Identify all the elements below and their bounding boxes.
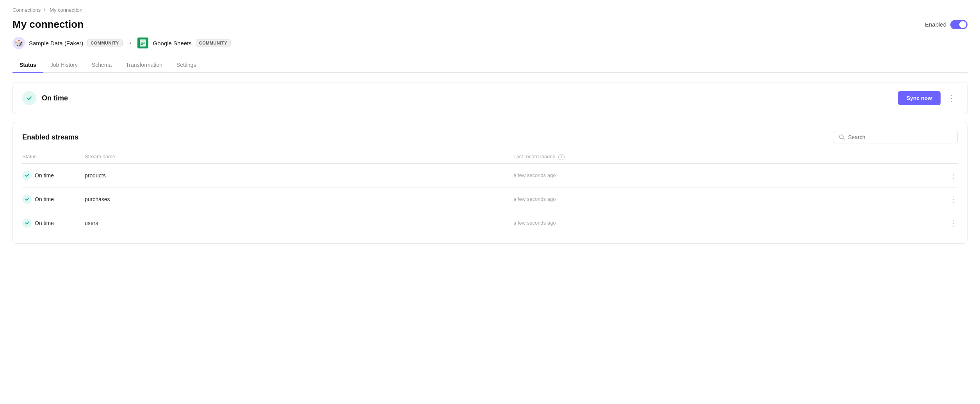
svg-rect-4 [141,43,145,44]
tab-job-history[interactable]: Job History [43,58,85,73]
source-name: Sample Data (Faker) [29,40,83,46]
svg-rect-2 [141,41,145,41]
streams-title: Enabled streams [22,133,78,141]
row-name-purchases: purchases [85,196,513,202]
tab-transformation[interactable]: Transformation [119,58,169,73]
row-more-users[interactable]: ⋮ [942,218,958,228]
status-card: On time Sync now ⋮ [12,82,968,114]
breadcrumb-separator: / [44,7,45,13]
destination-icon [137,37,149,49]
search-input[interactable] [848,134,952,140]
page-header: My connection Enabled [12,18,968,30]
breadcrumb-parent[interactable]: Connections [12,7,41,13]
tabs-nav: Status Job History Schema Transformation… [12,58,968,73]
status-more-icon[interactable]: ⋮ [945,93,958,104]
source-badge: COMMUNITY [87,39,122,46]
row-time-users: a few seconds ago [513,220,942,226]
enabled-toggle[interactable] [950,20,968,29]
table-row: On time users a few seconds ago ⋮ [22,211,958,235]
row-check-icon-users [22,218,32,228]
table-header: Status Stream name Last record loaded i [22,150,958,164]
destination-name: Google Sheets [153,40,192,46]
last-record-info-icon: i [558,154,565,160]
status-left: On time [22,91,68,105]
destination-badge: COMMUNITY [196,39,231,46]
tab-schema[interactable]: Schema [85,58,119,73]
row-status-text-products: On time [35,172,54,179]
row-check-icon-purchases [22,195,32,204]
enabled-label: Enabled [925,21,946,28]
row-time-purchases: a few seconds ago [513,196,942,202]
row-check-icon-products [22,171,32,180]
row-more-products[interactable]: ⋮ [942,171,958,180]
streams-card: Enabled streams Status Stream name Last … [12,122,968,244]
search-box[interactable] [833,131,958,143]
row-status-text-users: On time [35,220,54,226]
arrow-icon: → [127,39,133,46]
table-row: On time purchases a few seconds ago ⋮ [22,188,958,211]
col-stream-name: Stream name [85,154,513,160]
col-last-record: Last record loaded i [513,154,942,160]
row-time-products: a few seconds ago [513,172,942,178]
streams-header: Enabled streams [22,131,958,143]
row-status-products: On time [22,171,85,180]
svg-rect-5 [141,44,143,45]
tab-status[interactable]: Status [12,58,43,73]
svg-line-7 [843,138,845,140]
tab-settings[interactable]: Settings [169,58,203,73]
source-icon: 🎲 [12,37,25,49]
svg-rect-3 [141,42,145,43]
status-text: On time [42,94,68,102]
row-name-users: users [85,220,513,226]
breadcrumb-current: My connection [50,7,82,13]
row-more-purchases[interactable]: ⋮ [942,195,958,204]
page-title: My connection [12,18,84,30]
status-check-circle [22,91,36,105]
enabled-toggle-area: Enabled [925,20,968,29]
row-name-products: products [85,172,513,179]
status-right: Sync now ⋮ [898,91,958,105]
connection-source-dest-row: 🎲 Sample Data (Faker) COMMUNITY → Google… [12,37,968,49]
col-status: Status [22,154,85,160]
row-status-text-purchases: On time [35,196,54,202]
row-status-users: On time [22,218,85,228]
sync-now-button[interactable]: Sync now [898,91,941,105]
table-row: On time products a few seconds ago ⋮ [22,164,958,188]
breadcrumb: Connections / My connection [12,7,968,13]
search-icon [839,134,845,140]
row-status-purchases: On time [22,195,85,204]
